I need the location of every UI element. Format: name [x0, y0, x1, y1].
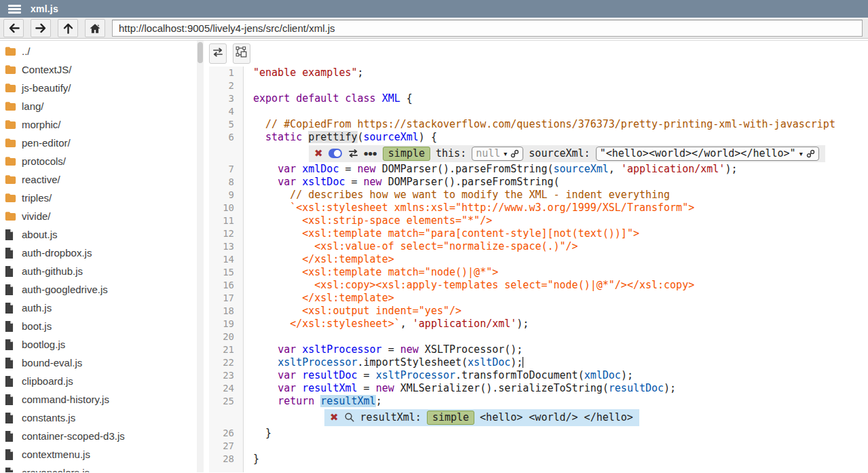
ellipsis-icon[interactable]: ●●● [364, 150, 377, 157]
line-content[interactable] [244, 330, 253, 343]
code-line[interactable]: 22 xsltProcessor.importStylesheet(xsltDo… [209, 356, 868, 369]
line-content[interactable]: <xsl:value-of select="normalize-space(.)… [244, 240, 578, 253]
line-content[interactable] [244, 440, 253, 453]
code-line[interactable]: 24 var resultXml = new XMLSerializer().s… [209, 382, 868, 395]
sidebar-item-boot-js[interactable]: boot.js [0, 317, 195, 335]
sidebar-item-command-history-js[interactable]: command-history.js [0, 390, 195, 409]
code-line[interactable]: 16 <xsl:copy><xsl:apply-templates select… [209, 279, 868, 292]
line-content[interactable]: export default class XML { [244, 92, 413, 105]
simple-mode-badge[interactable]: simple [427, 411, 474, 425]
forward-button[interactable] [31, 19, 51, 37]
sidebar-item-constants-js[interactable]: constants.js [0, 409, 195, 427]
line-content[interactable]: // describes how we want to modify the X… [244, 189, 670, 202]
line-content[interactable]: <xsl:template match="para[content-style]… [244, 227, 639, 240]
code-line[interactable]: 27 [209, 440, 868, 453]
swap-icon[interactable] [347, 149, 359, 158]
sidebar-item-triples[interactable]: triples/ [0, 189, 195, 207]
code-line[interactable]: 20 [209, 330, 868, 343]
link-icon[interactable] [806, 149, 815, 158]
sidebar-item-reactive[interactable]: reactive/ [0, 170, 195, 189]
sourcexml-value-select[interactable]: "<hello><world></world></hello>" ▾ [596, 147, 819, 161]
line-content[interactable]: var xsltProcessor = new XSLTProcessor(); [244, 343, 523, 356]
code-line[interactable]: 5 // #CopiedFrom https://stackoverflow.c… [209, 118, 868, 131]
sidebar-item-crayoncolors-js[interactable]: crayoncolors.js [0, 463, 195, 472]
line-content[interactable]: xsltProcessor.importStylesheet(xsltDoc); [244, 356, 523, 369]
code-line[interactable]: 14 </xsl:template> [209, 253, 868, 266]
code-line[interactable]: 6 static prettify(sourceXml) { [209, 131, 868, 144]
code-line[interactable]: 12 <xsl:template match="para[content-sty… [209, 227, 868, 240]
code-line[interactable]: 19 </xsl:stylesheet>`, 'application/xml'… [209, 318, 868, 330]
sidebar-item-bound-eval-js[interactable]: bound-eval.js [0, 354, 195, 372]
sidebar-item-bootlog-js[interactable]: bootlog.js [0, 335, 195, 354]
sidebar-item-clipboard-js[interactable]: clipboard.js [0, 372, 195, 390]
line-content[interactable]: } [244, 453, 259, 466]
line-content[interactable]: } [244, 427, 271, 440]
code-editor[interactable]: 1"enable examples";23export default clas… [209, 67, 868, 472]
up-button[interactable] [58, 19, 78, 37]
code-line[interactable]: 7 var xmlDoc = new DOMParser().parseFrom… [209, 163, 868, 176]
sidebar-item-morphic[interactable]: morphic/ [0, 115, 195, 134]
sidebar-item-js-beautify[interactable]: js-beautify/ [0, 79, 195, 97]
line-content[interactable] [244, 79, 253, 92]
code-line[interactable]: 3export default class XML { [209, 92, 868, 105]
line-content[interactable]: <xsl:copy><xsl:apply-templates select="n… [244, 279, 694, 292]
line-content[interactable]: </xsl:template> [244, 253, 394, 266]
line-content[interactable]: <xsl:template match="node()|@*"> [244, 266, 498, 279]
line-content[interactable]: `<xsl:stylesheet xmlns:xsl="http://www.w… [244, 202, 694, 214]
simple-mode-badge[interactable]: simple [383, 147, 430, 161]
line-content[interactable] [244, 105, 253, 118]
sidebar-item-container-scoped-d3-js[interactable]: container-scoped-d3.js [0, 427, 195, 445]
back-button[interactable] [3, 19, 24, 37]
line-content[interactable]: </xsl:stylesheet>`, 'application/xml'); [244, 318, 529, 330]
line-content[interactable]: <xsl:output indent="yes"/> [244, 305, 461, 318]
sidebar-item-about-js[interactable]: about.js [0, 225, 195, 244]
hamburger-menu-icon[interactable] [8, 5, 21, 14]
sidebar-item-contextmenu-js[interactable]: contextmenu.js [0, 445, 195, 463]
line-content[interactable]: var xsltDoc = new DOMParser().parseFromS… [244, 176, 560, 189]
sidebar-item-pen-editor[interactable]: pen-editor/ [0, 134, 195, 152]
line-content[interactable]: var resultXml = new XMLSerializer().seri… [244, 382, 676, 395]
sidebar-item-auth-dropbox-js[interactable]: auth-dropbox.js [0, 244, 195, 262]
code-line[interactable]: 17 </xsl:template> [209, 292, 868, 305]
line-content[interactable]: var resultDoc = xsltProcessor.transformT… [244, 369, 633, 382]
code-line[interactable]: 26 } [209, 427, 868, 440]
line-content[interactable]: </xsl:template> [244, 292, 394, 305]
link-icon[interactable] [510, 149, 519, 158]
line-content[interactable]: static prettify(sourceXml) { [244, 131, 437, 144]
line-content[interactable]: return resultXml; [244, 395, 382, 408]
inspect-bounds-button[interactable] [233, 43, 250, 64]
sidebar-item-contextjs[interactable]: ContextJS/ [0, 60, 195, 79]
code-line[interactable]: 21 var xsltProcessor = new XSLTProcessor… [209, 343, 868, 356]
url-input[interactable] [112, 20, 863, 37]
line-content[interactable]: <xsl:strip-space elements="*"/> [244, 214, 492, 227]
swap-view-button[interactable] [209, 43, 227, 64]
code-line[interactable]: 13 <xsl:value-of select="normalize-space… [209, 240, 868, 253]
search-icon[interactable] [344, 412, 355, 423]
sidebar-item-[interactable]: ../ [0, 42, 195, 60]
sidebar-item-auth-js[interactable]: auth.js [0, 299, 195, 317]
code-line[interactable]: 8 var xsltDoc = new DOMParser().parseFro… [209, 176, 868, 189]
sidebar-item-protocols[interactable]: protocols/ [0, 152, 195, 170]
code-line[interactable]: 23 var resultDoc = xsltProcessor.transfo… [209, 369, 868, 382]
sidebar-scrollbar-thumb[interactable] [197, 42, 203, 63]
toggle-icon[interactable] [328, 149, 342, 158]
line-content[interactable]: "enable examples"; [244, 67, 364, 79]
sidebar-item-auth-github-js[interactable]: auth-github.js [0, 262, 195, 280]
close-icon[interactable]: ✖ [330, 413, 339, 423]
code-line[interactable]: 25 return resultXml; [209, 395, 868, 408]
code-line[interactable]: 2 [209, 79, 868, 92]
code-line[interactable]: 18 <xsl:output indent="yes"/> [209, 305, 868, 318]
code-line[interactable]: 9 // describes how we want to modify the… [209, 189, 868, 202]
line-content[interactable]: var xmlDoc = new DOMParser().parseFromSt… [244, 163, 737, 176]
code-line[interactable]: 28} [209, 453, 868, 466]
close-icon[interactable]: ✖ [314, 149, 323, 159]
sidebar-item-vivide[interactable]: vivide/ [0, 207, 195, 225]
code-line[interactable]: 15 <xsl:template match="node()|@*"> [209, 266, 868, 279]
code-line[interactable]: 1"enable examples"; [209, 67, 868, 79]
sidebar-item-lang[interactable]: lang/ [0, 97, 195, 115]
sidebar-scrollbar[interactable] [197, 41, 204, 472]
sidebar-item-auth-googledrive-js[interactable]: auth-googledrive.js [0, 280, 195, 299]
code-line[interactable]: 4 [209, 105, 868, 118]
code-line[interactable]: 11 <xsl:strip-space elements="*"/> [209, 214, 868, 227]
this-value-select[interactable]: null ▾ [472, 147, 523, 161]
